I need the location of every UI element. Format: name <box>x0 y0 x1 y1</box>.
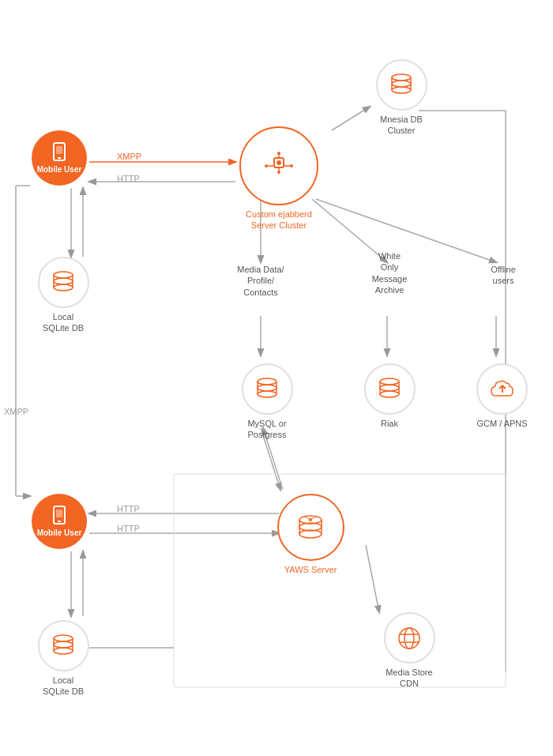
gcm-apns-label: GCM / APNS <box>476 418 527 429</box>
riak-label: Riak <box>381 418 398 429</box>
svg-point-45 <box>392 87 411 93</box>
svg-point-40 <box>276 160 281 165</box>
mnesia-db-node: Mnesia DBCluster <box>370 59 433 137</box>
svg-point-46 <box>54 272 73 278</box>
mobile-user-bottom: Mobile User <box>32 494 87 549</box>
svg-point-77 <box>399 628 419 649</box>
svg-point-36 <box>277 152 280 155</box>
riak-node: Riak <box>362 363 417 429</box>
svg-point-44 <box>392 81 411 87</box>
svg-point-60 <box>258 391 276 397</box>
http-label-bottom2: HTTP <box>117 524 140 533</box>
local-sqlite-bottom: LocalSQLite DB <box>36 620 91 698</box>
svg-point-59 <box>258 385 276 391</box>
offline-users-label: Offlineusers <box>472 261 535 287</box>
white-only-label: WhiteOnlyMessageArchive <box>354 247 425 295</box>
http-label-top: HTTP <box>117 174 140 183</box>
svg-point-78 <box>404 628 414 649</box>
mnesia-db-label: Mnesia DBCluster <box>380 114 423 137</box>
svg-point-54 <box>54 641 73 648</box>
svg-point-38 <box>265 164 268 167</box>
http-label-bottom1: HTTP <box>117 504 140 513</box>
diagram-container: Mobile User Mobile User <box>0 0 553 756</box>
xmpp-label-top: XMPP <box>117 152 141 161</box>
svg-point-41 <box>392 74 411 81</box>
svg-point-55 <box>54 648 73 654</box>
svg-point-51 <box>54 635 73 641</box>
svg-rect-27 <box>56 146 62 154</box>
mysql-node: MySQL orPostgress <box>235 363 299 441</box>
svg-point-56 <box>258 378 276 385</box>
svg-rect-30 <box>56 510 62 517</box>
svg-point-49 <box>54 278 73 284</box>
yaws-server-node: YAWS Server <box>275 494 346 575</box>
custom-ejabberd-node: Custom ejabberdServer Cluster <box>239 126 318 231</box>
custom-ejabberd-label: Custom ejabberdServer Cluster <box>246 209 312 231</box>
local-sqlite-top: LocalSQLite DB <box>36 257 91 334</box>
xmpp-label-left: XMPP <box>4 407 28 416</box>
mobile-user-top: Mobile User <box>32 130 87 186</box>
svg-line-2 <box>332 107 370 130</box>
svg-point-65 <box>380 391 399 397</box>
media-data-label: Media Data/Profile/Contacts <box>225 261 296 298</box>
yaws-server-label: YAWS Server <box>284 564 337 575</box>
mobile-user-top-label: Mobile User <box>37 165 82 175</box>
svg-point-37 <box>277 171 280 174</box>
media-store-cdn-node: Media StoreCDN <box>378 612 441 690</box>
mobile-user-bottom-label: Mobile User <box>37 528 82 538</box>
local-sqlite-top-label: LocalSQLite DB <box>43 311 84 334</box>
svg-point-50 <box>54 284 73 291</box>
gcm-apns-node: GCM / APNS <box>472 363 532 429</box>
local-sqlite-bottom-label: LocalSQLite DB <box>43 675 84 698</box>
svg-point-64 <box>380 385 399 391</box>
mysql-label: MySQL orPostgress <box>247 418 286 441</box>
svg-point-39 <box>290 164 293 167</box>
svg-line-22 <box>366 545 379 612</box>
media-store-cdn-label: Media StoreCDN <box>386 667 432 690</box>
svg-point-61 <box>380 378 399 385</box>
